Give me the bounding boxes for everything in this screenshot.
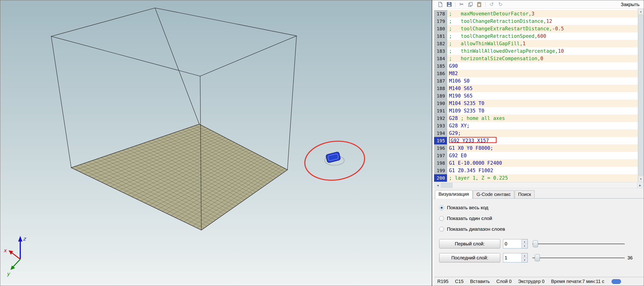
code-segment: G1 X0 Y0 F8000; <box>449 145 493 151</box>
line-number[interactable]: 180 <box>434 25 447 33</box>
code-line[interactable]: 185G90 <box>434 62 638 70</box>
spin-down-icon[interactable]: ▼ <box>522 244 528 248</box>
line-number[interactable]: 192 <box>434 115 447 122</box>
scroll-down-arrow[interactable]: ▼ <box>638 176 644 182</box>
code-segment: G1 E-10.0000 F2400 <box>449 160 502 166</box>
radio-button[interactable] <box>439 216 444 221</box>
spin-up-icon[interactable]: ▲ <box>522 239 528 244</box>
line-number[interactable]: 189 <box>434 92 447 100</box>
first-layer-slider[interactable] <box>532 239 625 248</box>
line-number[interactable]: 190 <box>434 100 447 107</box>
vertical-scrollbar[interactable]: ▲ ▼ <box>638 9 644 182</box>
code-line[interactable]: 178; maxMovementDetourFactor,3 <box>434 10 638 18</box>
tab[interactable]: Визуализация <box>435 190 472 198</box>
code-line[interactable]: 181; toolChangeRetractionSpeed,600 <box>434 33 638 40</box>
line-number[interactable]: 181 <box>434 33 447 40</box>
horizontal-scroll-thumb[interactable] <box>441 183 452 188</box>
undo-button[interactable]: ↺ <box>488 1 496 8</box>
line-number[interactable]: 186 <box>434 70 447 77</box>
scroll-up-arrow[interactable]: ▲ <box>638 9 644 14</box>
code-line[interactable]: 195G92 Y233 X157 <box>434 137 638 144</box>
code-line[interactable]: 196G1 X0 Y0 F8000; <box>434 144 638 152</box>
first-layer-button[interactable]: Первый слой: <box>439 239 500 248</box>
code-line[interactable]: 188M140 S65 <box>434 85 638 92</box>
cut-button[interactable]: ✂ <box>458 1 466 8</box>
horizontal-scrollbar[interactable]: ◀ ▶ <box>434 182 643 188</box>
line-number[interactable]: 187 <box>434 77 447 85</box>
code-line[interactable]: 198G1 E-10.0000 F2400 <box>434 159 638 167</box>
line-number[interactable]: 178 <box>434 10 447 18</box>
line-number[interactable]: 198 <box>434 159 447 167</box>
code-line[interactable]: 186M82 <box>434 70 638 77</box>
code-line[interactable]: 187M106 S0 <box>434 77 638 85</box>
line-number[interactable]: 191 <box>434 107 447 115</box>
code-line[interactable]: 191M109 S235 T0 <box>434 107 638 115</box>
code-text: ; thinWallAllowedOverlapPercentage,10 <box>447 47 564 55</box>
code-line[interactable]: 193G28 XY; <box>434 122 638 129</box>
code-line[interactable]: 197G92 E0 <box>434 152 638 159</box>
code-line[interactable]: 190M104 S235 T0 <box>434 100 638 107</box>
save-button[interactable] <box>445 1 453 8</box>
paste-icon <box>476 2 482 7</box>
code-line[interactable]: 184; horizontalSizeCompensation,0 <box>434 55 638 62</box>
line-number[interactable]: 182 <box>434 40 447 47</box>
scroll-left-arrow[interactable]: ◀ <box>435 182 441 188</box>
spin-down-icon[interactable]: ▼ <box>522 258 528 262</box>
code-line[interactable]: 199G1 Z0.345 F1002 <box>434 167 638 174</box>
radio-button[interactable] <box>439 227 444 232</box>
code-line[interactable]: 200; layer 1, Z = 0.225 <box>434 174 638 182</box>
code-line[interactable]: 189M190 S65 <box>434 92 638 100</box>
redo-button[interactable]: ↻ <box>496 1 504 8</box>
code-line[interactable]: 192G28 ; home all axes <box>434 115 638 122</box>
code-segment: ; horizontalSizeCompensation, <box>449 56 540 61</box>
last-layer-slider[interactable] <box>532 253 625 262</box>
slider-thumb[interactable] <box>533 240 538 247</box>
gcode-editor[interactable]: 178; maxMovementDetourFactor,3179; toolC… <box>434 9 644 182</box>
radio-button[interactable] <box>439 205 444 210</box>
code-line[interactable]: 179; toolChangeRetractionDistance,12 <box>434 18 638 25</box>
slider-thumb[interactable] <box>535 254 540 261</box>
first-layer-input[interactable] <box>503 239 522 248</box>
line-number[interactable]: 194 <box>434 129 447 137</box>
last-layer-button[interactable]: Последний слой: <box>439 253 500 262</box>
line-number[interactable]: 200 <box>434 174 447 182</box>
code-text: ; horizontalSizeCompensation,0 <box>447 55 543 62</box>
new-file-button[interactable] <box>436 1 444 8</box>
vertical-scroll-thumb[interactable] <box>638 15 644 176</box>
line-number[interactable]: 193 <box>434 122 447 129</box>
code-line[interactable]: 182; allowThinWallGapFill,1 <box>434 40 638 47</box>
line-number[interactable]: 188 <box>434 85 447 92</box>
panel-splitter[interactable] <box>432 0 434 286</box>
tab[interactable]: G-Code синтакс <box>473 190 514 198</box>
editor-toolbar: ✂ ↺ ↻ Закрыть <box>434 0 644 9</box>
line-number[interactable]: 183 <box>434 47 447 55</box>
radio-option[interactable]: Показать диапазон слоев <box>439 224 640 234</box>
scroll-right-arrow[interactable]: ▶ <box>637 182 643 188</box>
copy-button[interactable] <box>466 1 474 8</box>
viewport-3d[interactable]: z x y <box>0 0 432 286</box>
last-layer-input[interactable] <box>503 253 522 262</box>
close-button[interactable]: Закрыть <box>619 1 642 8</box>
code-line[interactable]: 194G29; <box>434 129 638 137</box>
spin-up-icon[interactable]: ▲ <box>522 253 528 258</box>
status-item: C15 <box>455 279 464 284</box>
code-segment: ; home all axes <box>461 115 505 121</box>
paste-button[interactable] <box>475 1 483 8</box>
code-line[interactable]: 183; thinWallAllowedOverlapPercentage,10 <box>434 47 638 55</box>
line-number[interactable]: 196 <box>434 144 447 152</box>
line-number[interactable]: 184 <box>434 55 447 62</box>
line-number[interactable]: 195 <box>434 137 447 144</box>
line-number[interactable]: 199 <box>434 167 447 174</box>
slider-track[interactable] <box>532 257 625 258</box>
line-number[interactable]: 185 <box>434 62 447 70</box>
code-segment: ; maxMovementDetourFactor, <box>449 11 532 17</box>
code-segment: -0.5 <box>552 26 564 32</box>
radio-option[interactable]: Показать весь код <box>439 202 640 213</box>
radio-option[interactable]: Показать один слой <box>439 213 640 224</box>
code-segment: ; toolChangeRetractionDistance, <box>449 19 546 24</box>
slider-track[interactable] <box>532 243 625 244</box>
line-number[interactable]: 197 <box>434 152 447 159</box>
line-number[interactable]: 179 <box>434 18 447 25</box>
tab[interactable]: Поиск <box>515 190 534 198</box>
code-line[interactable]: 180; toolChangeExtraRestartDistance,-0.5 <box>434 25 638 33</box>
